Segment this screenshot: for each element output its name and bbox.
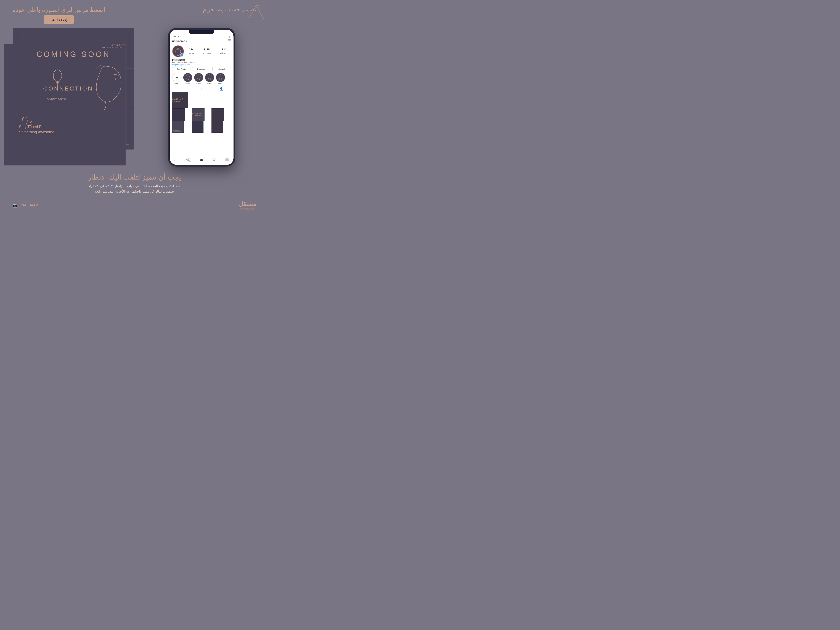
- brand-name: مستقل: [239, 201, 256, 207]
- phone-screen: 9:41 PM ▮ username ▾ ☰: [170, 30, 234, 165]
- highlight-label-1: highlight: [185, 82, 191, 84]
- main-container: إضغط مرتين لترى الصوره بأعلى جودة إضغط ه…: [0, 0, 269, 215]
- say-hello-line1: SAY Hello TO: [4, 44, 126, 46]
- abaya-home-text: Abaya's Home: [47, 97, 66, 101]
- ig-action-buttons: Edit Profile Promotion Contact: [172, 67, 231, 71]
- svg-marker-0: [249, 5, 264, 19]
- svg-point-4: [115, 78, 116, 80]
- highlight-label-2: highlight: [196, 82, 201, 84]
- edit-profile-button[interactable]: Edit Profile: [172, 67, 191, 71]
- highlight-circle-1[interactable]: [183, 73, 193, 82]
- phone-time: 9:41 PM: [174, 35, 181, 38]
- post-grid-6[interactable]: [212, 121, 223, 133]
- chevron-down-icon: ▾: [186, 40, 187, 42]
- footer-brand: مستقل mostaql.com: [239, 201, 256, 210]
- top-section: إضغط مرتين لترى الصوره بأعلى جودة إضغط ه…: [0, 0, 269, 26]
- username-text: username: [172, 39, 185, 43]
- posts-grid: COMING SOON CONNECTION Abaya's Home: [172, 92, 231, 133]
- avatar-plus-icon[interactable]: +: [180, 53, 183, 57]
- heart-nav-icon[interactable]: ♡: [212, 158, 216, 162]
- highlight-circle-4[interactable]: [216, 73, 225, 82]
- top-left-text: إضغط مرتين لترى الصوره بأعلى جودة إضغط ه…: [13, 6, 105, 24]
- followers-count: 211K Followers: [203, 48, 211, 55]
- instagram-handle: EYAD_JAAM: [19, 204, 38, 207]
- bio-text: Lorem ipsum. Lorem ipsum.: [172, 61, 231, 64]
- highlight-label-3: highlight: [207, 82, 212, 84]
- say-hello-line2: YOUR NEW FAVORITE: [4, 46, 126, 48]
- stay-tuned-line2: Something Awesome !!: [19, 129, 58, 135]
- post-grid-5[interactable]: [192, 121, 204, 133]
- add-nav-icon[interactable]: ⊕: [200, 158, 203, 162]
- phone-container: 9:41 PM ▮ username ▾ ☰: [143, 28, 261, 167]
- svg-point-8: [186, 74, 189, 79]
- post-grid-2[interactable]: CONNECTION Abaya's Home: [192, 108, 205, 121]
- search-nav-icon[interactable]: 🔍: [186, 158, 191, 162]
- post-grid-1[interactable]: [172, 108, 185, 121]
- following-number: 134: [220, 48, 228, 51]
- ig-counts: 334 Posts 211K Followers 134 Following: [186, 48, 231, 55]
- bottom-description: كلما اهتميت بجمالية حساباتك في مواقع الت…: [13, 183, 256, 194]
- footer: 📷 EYAD_JAAM مستقل mostaql.com: [0, 198, 269, 215]
- phone-notch: [189, 30, 214, 34]
- following-label: Following: [220, 52, 228, 54]
- profile-nav-icon[interactable]: [225, 158, 229, 161]
- post-connection-text: CONNECTION: [192, 113, 204, 115]
- highlight-circle-2[interactable]: [194, 73, 203, 82]
- svg-point-10: [208, 74, 211, 79]
- bio-link[interactable]: blog.loremipsum.com: [172, 64, 231, 66]
- following-count: 134 Following: [220, 48, 228, 55]
- contact-button[interactable]: Contact: [212, 67, 231, 71]
- highlight-item-3: highlight: [205, 73, 214, 84]
- highlight-item-2: highlight: [194, 73, 203, 84]
- battery-icon: ▮: [229, 35, 230, 38]
- posts-count: 334 Posts: [189, 48, 194, 55]
- followers-number: 211K: [203, 48, 211, 51]
- post-coming-soon[interactable]: COMING SOON: [172, 92, 188, 108]
- ig-username: username ▾: [172, 39, 187, 43]
- triangle-decoration: [248, 4, 265, 22]
- profile-name: Profile Name: [172, 59, 231, 61]
- ig-highlights: + New highlight: [172, 73, 231, 84]
- coming-soon-text: COMING SOON: [36, 50, 111, 59]
- ig-stats: CONNECTION + 33: [172, 45, 231, 57]
- svg-point-2: [53, 70, 62, 82]
- brand-url: mostaql.com: [239, 207, 256, 210]
- svg-point-11: [219, 74, 222, 79]
- post-something-text: Something Aweso...: [173, 131, 182, 132]
- ig-bottom-nav: ⌂ 🔍 ⊕ ♡: [170, 156, 234, 165]
- connection-text: CONNECTION: [43, 85, 93, 92]
- stay-tuned-text: Stay Tuned For Something Awesome !!: [19, 124, 58, 135]
- post-grid-4[interactable]: Stay Tuned For Something Aweso...: [172, 121, 184, 133]
- highlight-label-4: highlight: [218, 82, 223, 84]
- highlight-item-1: highlight: [183, 73, 193, 84]
- footer-instagram: 📷 EYAD_JAAM: [13, 203, 38, 208]
- phone-mockup: 9:41 PM ▮ username ▾ ☰: [168, 28, 235, 167]
- stay-tuned-line1: Stay Tuned For: [19, 124, 58, 129]
- press-button[interactable]: إضغط هنا: [44, 15, 74, 24]
- posts-label: Posts: [189, 52, 194, 54]
- tab-list[interactable]: ≡: [192, 86, 211, 92]
- bottom-title: يجب أن تتميز لتلفت إليك الأنظار: [13, 173, 256, 181]
- followers-label: Followers: [203, 52, 211, 54]
- new-highlight-label: New: [175, 82, 178, 84]
- press-instruction: إضغط مرتين لترى الصوره بأعلى جودة: [13, 6, 105, 13]
- ig-header: username ▾ ☰: [172, 39, 231, 43]
- instagram-profile: username ▾ ☰: [170, 39, 234, 156]
- design-mockup: SAY Hello TO YOUR NEW FAVORITE COMING SO…: [13, 28, 134, 150]
- post-grid-3[interactable]: [212, 108, 224, 121]
- highlight-item-4: highlight: [216, 73, 225, 84]
- tab-tagged[interactable]: 👤: [212, 86, 231, 92]
- svg-point-9: [197, 74, 201, 79]
- home-nav-icon[interactable]: ⌂: [174, 158, 177, 162]
- ig-bio: Profile Name Lorem ipsum. Lorem ipsum. b…: [172, 59, 231, 66]
- ig-menu-icon[interactable]: ☰: [227, 39, 231, 43]
- promotion-button[interactable]: Promotion: [192, 67, 211, 71]
- post-coming-soon-text: COMING SOON: [172, 98, 188, 102]
- ig-tabs: ⊞ ≡ 👤: [172, 86, 231, 92]
- instagram-icon: 📷: [13, 203, 17, 208]
- highlight-circle-3[interactable]: [205, 73, 214, 82]
- tab-grid[interactable]: ⊞: [172, 86, 192, 92]
- posts-number: 334: [189, 48, 194, 51]
- svg-text:CONNECTION: CONNECTION: [174, 49, 183, 50]
- new-highlight-button[interactable]: +: [172, 73, 182, 82]
